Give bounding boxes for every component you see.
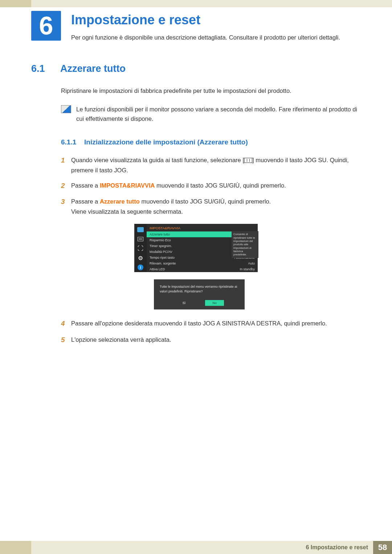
resize-icon: ⛶ [137, 246, 144, 251]
chapter-description: Per ogni funzione è disponibile una desc… [71, 33, 340, 42]
steps-list-cont: 4 Passare all'opzione desiderata muovend… [61, 318, 363, 345]
step-text: Passare all'opzione desiderata muovendo … [71, 318, 327, 329]
osd-row-label: Attiva LED [150, 267, 165, 271]
section-number: 6.1 [31, 63, 60, 74]
subsection-title: Inizializzazione delle impostazioni (Azz… [84, 138, 248, 146]
step-4: 4 Passare all'opzione desiderata muovend… [61, 318, 363, 329]
osd-row-label: Azzerare tutto [150, 233, 170, 236]
footer-text: 6 Impostazione e reset [31, 541, 373, 554]
step-text: L'opzione selezionata verrà applicata. [71, 335, 171, 345]
step-number: 3 [61, 196, 71, 217]
step-3: 3 Passare a Azzerare tutto muovendo il t… [61, 196, 363, 217]
osd-main: IMPOSTA&RIAVVIA Azzerare tutto Risparmio… [147, 224, 258, 272]
osd-row-label: Risparmio Eco [150, 238, 171, 242]
osd-row-value: Auto [248, 262, 255, 265]
osd-row-label: Modalità PC/AV [150, 250, 172, 254]
page-footer: 6 Impostazione e reset 58 [0, 541, 392, 554]
menu-button-icon [244, 158, 252, 163]
subsection-heading: 6.1.1 Inizializzazione delle impostazion… [61, 138, 392, 146]
step-text: Passare a Azzerare tutto muovendo il tas… [71, 196, 271, 217]
confirm-dialog: Tutte le impostazioni del menu verranno … [154, 279, 245, 309]
picture-icon [137, 227, 144, 233]
section-intro: Ripristinare le impostazioni di fabbrica… [61, 86, 363, 95]
subsection-number: 6.1.1 [61, 138, 84, 146]
step-number: 5 [61, 335, 71, 345]
section-title: Azzerare tutto [60, 63, 126, 74]
osd-row-label: Rilevam. sorgente [150, 262, 176, 265]
step-2: 2 Passare a IMPOSTA&RIAVVIA muovendo il … [61, 180, 363, 191]
section-heading: 6.1 Azzerare tutto [31, 63, 392, 74]
note-text: Le funzioni disponibili per il monitor p… [76, 104, 363, 124]
dialog-no-button: No [205, 300, 224, 306]
chapter-number: 6 [31, 11, 61, 41]
top-bar [0, 0, 392, 7]
osd-screenshot: ⛶ ⚙ i IMPOSTA&RIAVVIA Azzerare tutto Ris… [134, 224, 258, 309]
chapter-title: Impostazione e reset [71, 12, 340, 28]
osd-row: Rilevam. sorgente Auto [147, 260, 258, 266]
step-number: 4 [61, 318, 71, 329]
step-1: 1 Quando viene visualizzata la guida ai … [61, 155, 363, 175]
osd-title: IMPOSTA&RIAVVIA [147, 224, 258, 231]
steps-list: 1 Quando viene visualizzata la guida ai … [61, 155, 363, 217]
dialog-yes-button: Sì [175, 300, 193, 306]
dialog-text: Tutte le impostazioni del menu verranno … [160, 284, 239, 294]
info-icon: i [137, 264, 144, 270]
step-text: Passare a IMPOSTA&RIAVVIA muovendo il ta… [71, 180, 286, 191]
note-icon [61, 105, 71, 113]
list-icon [137, 236, 144, 242]
osd-info-panel: Consente di ripristinare tutte le impost… [232, 231, 258, 258]
osd-sidebar: ⛶ ⚙ i [134, 224, 147, 272]
step-5: 5 L'opzione selezionata verrà applicata. [61, 335, 363, 345]
chapter-header: 6 Impostazione e reset Per ogni funzione… [0, 11, 392, 42]
footer-accent [0, 541, 31, 554]
page-number: 58 [373, 541, 392, 554]
settings-icon: ⚙ [137, 255, 144, 261]
osd-row-label: Tempo ripet tasto [150, 256, 175, 259]
note-block: Le funzioni disponibili per il monitor p… [61, 104, 363, 124]
osd-row-value: In standby [240, 267, 255, 271]
step-text: Quando viene visualizzata la guida ai ta… [71, 155, 363, 175]
osd-row-label: Timer spegnim. [150, 244, 172, 248]
osd-row: Attiva LED In standby [147, 266, 258, 272]
step-number: 1 [61, 155, 71, 175]
step-number: 2 [61, 180, 71, 191]
